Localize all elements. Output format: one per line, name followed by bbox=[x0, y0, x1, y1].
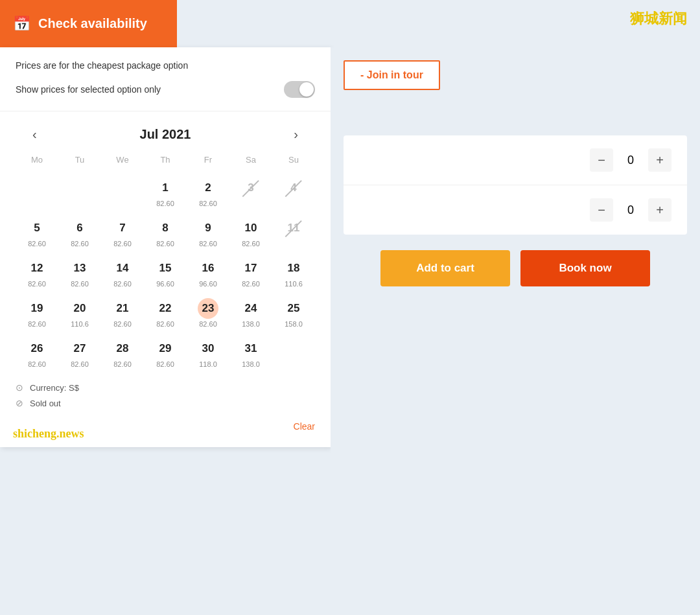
branding: 狮城新闻 bbox=[630, 9, 687, 29]
day-number: 13 bbox=[69, 258, 90, 279]
day-price: 82.60 bbox=[242, 280, 260, 288]
day-price: 82.60 bbox=[242, 240, 260, 248]
calendar-panel: Prices are for the cheapest package opti… bbox=[0, 47, 331, 447]
quantity-section: − 0 + − 0 + bbox=[344, 135, 687, 235]
day-price: 82.60 bbox=[156, 320, 174, 328]
calendar-day[interactable]: 982.60 bbox=[187, 214, 229, 251]
day-number: 2 bbox=[198, 178, 218, 198]
calendar-icon: 📅 bbox=[13, 16, 30, 32]
calendar-day bbox=[272, 334, 315, 372]
clear-button[interactable]: Clear bbox=[294, 421, 315, 432]
calendar-month-label: Jul 2021 bbox=[140, 127, 191, 142]
calendar-day[interactable]: 1782.60 bbox=[229, 254, 272, 292]
header-title: Check availability bbox=[38, 16, 147, 31]
day-price: 118.0 bbox=[199, 360, 217, 368]
calendar-weekdays: Mo Tu We Th Fr Sa Su bbox=[16, 151, 315, 168]
day-price: 110.6 bbox=[285, 280, 303, 288]
sold-out-legend: ⊘ Sold out bbox=[16, 398, 315, 408]
day-number: 23 bbox=[198, 298, 218, 319]
day-number: 17 bbox=[240, 258, 261, 279]
qty2-increase-button[interactable]: + bbox=[648, 198, 671, 222]
calendar-day[interactable]: 1696.60 bbox=[187, 254, 229, 292]
right-panel: - Join in tour − 0 + − 0 + Add to cart B… bbox=[331, 47, 700, 615]
calendar-day[interactable]: 4 bbox=[272, 174, 315, 211]
day-number: 10 bbox=[240, 218, 261, 238]
join-tour-button[interactable]: - Join in tour bbox=[344, 60, 440, 90]
calendar-day[interactable]: 2282.60 bbox=[144, 294, 187, 332]
day-number: 3 bbox=[240, 178, 261, 198]
calendar-day[interactable]: 30118.0 bbox=[187, 334, 229, 372]
day-price: 82.60 bbox=[113, 320, 132, 328]
day-price: 82.60 bbox=[71, 240, 89, 248]
calendar-day[interactable]: 1382.60 bbox=[58, 254, 101, 292]
book-now-button[interactable]: Book now bbox=[520, 250, 650, 286]
day-price: 82.60 bbox=[199, 320, 217, 328]
header-bar[interactable]: 📅 Check availability bbox=[0, 0, 177, 47]
calendar-day[interactable]: 25158.0 bbox=[272, 294, 315, 332]
day-number: 30 bbox=[198, 338, 218, 359]
calendar-day[interactable]: 2882.60 bbox=[101, 334, 144, 372]
calendar-day[interactable]: 24138.0 bbox=[229, 294, 272, 332]
qty2-value: 0 bbox=[621, 203, 640, 217]
add-to-cart-button[interactable]: Add to cart bbox=[380, 250, 510, 286]
calendar-day[interactable]: 182.60 bbox=[144, 174, 187, 211]
price-toggle[interactable] bbox=[284, 81, 315, 98]
calendar-day[interactable]: 1082.60 bbox=[229, 214, 272, 251]
prev-month-button[interactable]: ‹ bbox=[26, 124, 43, 145]
price-info-text: Prices are for the cheapest package opti… bbox=[16, 60, 315, 71]
day-price: 82.60 bbox=[113, 360, 132, 368]
day-number: 1 bbox=[155, 178, 176, 198]
day-number: 7 bbox=[112, 218, 133, 238]
calendar-nav: ‹ Jul 2021 › bbox=[0, 111, 331, 151]
day-number: 4 bbox=[283, 178, 304, 198]
calendar-day[interactable]: 20110.6 bbox=[58, 294, 101, 332]
weekday-we: We bbox=[101, 151, 144, 168]
calendar-day[interactable]: 2382.60 bbox=[187, 294, 229, 332]
qty2-decrease-button[interactable]: − bbox=[590, 198, 613, 222]
weekday-su: Su bbox=[272, 151, 315, 168]
calendar-day[interactable]: 2982.60 bbox=[144, 334, 187, 372]
calendar-day[interactable]: 1596.60 bbox=[144, 254, 187, 292]
day-number: 11 bbox=[283, 218, 304, 238]
calendar-day[interactable]: 2182.60 bbox=[101, 294, 144, 332]
weekday-th: Th bbox=[144, 151, 187, 168]
day-price: 138.0 bbox=[242, 320, 260, 328]
calendar-day[interactable]: 3 bbox=[229, 174, 272, 211]
day-price: 82.60 bbox=[71, 280, 89, 288]
next-month-button[interactable]: › bbox=[287, 124, 305, 145]
calendar-day[interactable]: 682.60 bbox=[58, 214, 101, 251]
currency-icon: ⊙ bbox=[16, 382, 23, 393]
qty1-increase-button[interactable]: + bbox=[648, 148, 671, 172]
calendar-days: 182.60282.6034582.60682.60782.60882.6098… bbox=[16, 174, 315, 372]
day-price: 82.60 bbox=[113, 280, 132, 288]
calendar-day[interactable]: 582.60 bbox=[16, 214, 58, 251]
toggle-row: Show prices for selected option only bbox=[16, 81, 315, 100]
day-price: 82.60 bbox=[28, 240, 46, 248]
qty1-decrease-button[interactable]: − bbox=[590, 148, 613, 172]
day-price: 82.60 bbox=[71, 360, 89, 368]
calendar-day[interactable]: 2682.60 bbox=[16, 334, 58, 372]
qty-row-2: − 0 + bbox=[344, 185, 687, 235]
day-number: 27 bbox=[69, 338, 90, 359]
calendar-day[interactable]: 782.60 bbox=[101, 214, 144, 251]
shicheng-branding: shicheng.news bbox=[13, 427, 84, 441]
day-number: 29 bbox=[155, 338, 176, 359]
calendar-day[interactable]: 882.60 bbox=[144, 214, 187, 251]
calendar-day bbox=[58, 174, 101, 211]
calendar-day[interactable]: 282.60 bbox=[187, 174, 229, 211]
weekday-fr: Fr bbox=[187, 151, 229, 168]
calendar-day[interactable]: 2782.60 bbox=[58, 334, 101, 372]
day-number: 8 bbox=[155, 218, 176, 238]
calendar-day[interactable]: 11 bbox=[272, 214, 315, 251]
calendar-grid: Mo Tu We Th Fr Sa Su 182.60282.6034582.6… bbox=[0, 151, 331, 372]
calendar-day[interactable]: 31138.0 bbox=[229, 334, 272, 372]
calendar-day[interactable]: 1482.60 bbox=[101, 254, 144, 292]
calendar-day[interactable]: 1282.60 bbox=[16, 254, 58, 292]
day-price: 82.60 bbox=[113, 240, 132, 248]
day-number: 14 bbox=[112, 258, 133, 279]
day-number: 25 bbox=[283, 298, 304, 319]
day-number: 31 bbox=[240, 338, 261, 359]
calendar-day[interactable]: 18110.6 bbox=[272, 254, 315, 292]
calendar-day[interactable]: 1982.60 bbox=[16, 294, 58, 332]
day-price: 82.60 bbox=[199, 200, 217, 207]
